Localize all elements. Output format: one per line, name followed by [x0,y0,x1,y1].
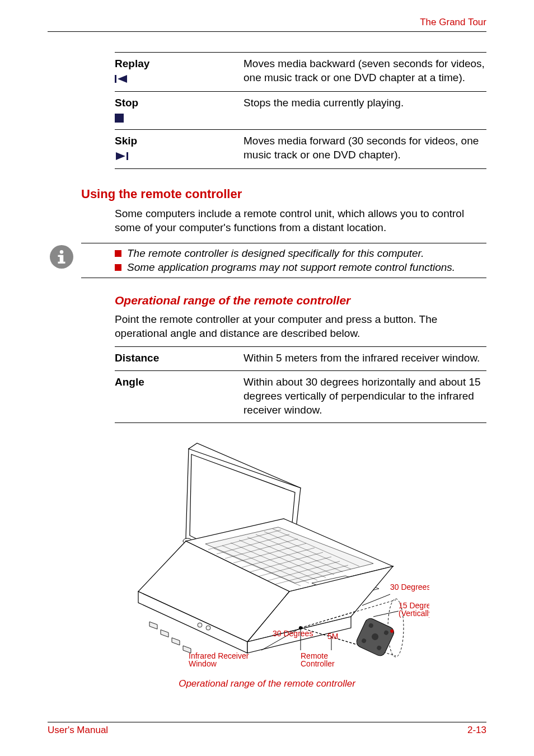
svg-marker-1 [118,75,127,83]
note-text: Some application programs may not suppor… [127,261,455,275]
page-header: The Grand Tour [48,17,486,37]
desc-angle: Within about 30 degrees horizontally and… [243,371,486,423]
term-stop: Stop [115,96,243,110]
table-row: Angle Within about 30 degrees horizontal… [115,371,486,423]
laptop-remote-diagram: 30 Degrees 15 Degrees(Vertically) 30 Deg… [105,438,429,673]
info-icon [50,245,73,269]
footer-rule [48,722,486,722]
svg-rect-0 [115,75,116,83]
label-5m: 5M [327,632,338,641]
desc-skip: Moves media forward (30 seconds for vide… [243,130,486,169]
svg-rect-39 [161,630,168,637]
page-footer: User's Manual 2-13 [48,722,486,736]
label-15deg: 15 Degrees(Vertically) [399,601,429,618]
term-replay: Replay [115,57,243,71]
bullet-icon [115,250,121,257]
media-controls-table: Replay Moves media backward (seven secon… [115,52,486,169]
footer-left: User's Manual [48,725,108,736]
skip-icon [115,148,243,161]
note-block: The remote controller is designed specif… [48,243,486,278]
header-rule [48,31,486,32]
subsection-heading-range: Operational range of the remote controll… [48,294,486,307]
svg-line-57 [373,611,399,617]
label-30deg-left: 30 Degrees [273,629,313,638]
svg-marker-3 [116,152,125,160]
svg-rect-40 [172,638,180,645]
range-table: Distance Within 5 meters from the infrar… [115,346,486,424]
term-distance: Distance [115,346,243,371]
svg-point-43 [206,626,210,630]
stop-icon [115,110,243,123]
table-row: Skip Moves media forward (30 seconds for… [115,130,486,169]
subsection-para-range: Point the remote controller at your comp… [48,313,486,340]
desc-replay: Moves media backward (seven seconds for … [243,53,486,92]
svg-rect-7 [58,255,62,257]
svg-rect-38 [149,622,157,629]
figure-caption: Operational range of the remote controll… [48,678,486,689]
label-remote: RemoteController [301,651,335,668]
footer-right: 2-13 [467,725,486,736]
section-para-remote: Some computers include a remote control … [48,207,486,234]
note-text: The remote controller is designed specif… [127,247,424,261]
section-heading-remote: Using the remote controller [81,187,486,201]
svg-point-42 [198,623,202,627]
table-row: Replay Moves media backward (seven secon… [115,53,486,92]
note-lines: The remote controller is designed specif… [81,243,486,278]
breadcrumb: The Grand Tour [420,17,486,27]
bullet-icon [115,264,121,271]
term-skip: Skip [115,134,243,148]
svg-rect-8 [58,261,65,263]
note-line: The remote controller is designed specif… [81,247,486,261]
note-line: Some application programs may not suppor… [81,261,486,275]
svg-rect-4 [127,152,128,160]
label-30deg-right: 30 Degrees [390,583,429,591]
svg-point-5 [60,250,64,254]
desc-stop: Stops the media currently playing. [243,92,486,130]
table-row: Stop Stops the media currently playing. [115,92,486,130]
table-row: Distance Within 5 meters from the infrar… [115,346,486,371]
main-content: Replay Moves media backward (seven secon… [48,37,486,169]
label-ir-window: Infrared ReceiverWindow [189,651,249,668]
figure: 30 Degrees 15 Degrees(Vertically) 30 Deg… [48,438,486,689]
svg-rect-2 [115,114,124,123]
replay-icon [115,71,243,83]
desc-distance: Within 5 meters from the infrared receiv… [243,346,486,371]
term-angle: Angle [115,371,243,423]
